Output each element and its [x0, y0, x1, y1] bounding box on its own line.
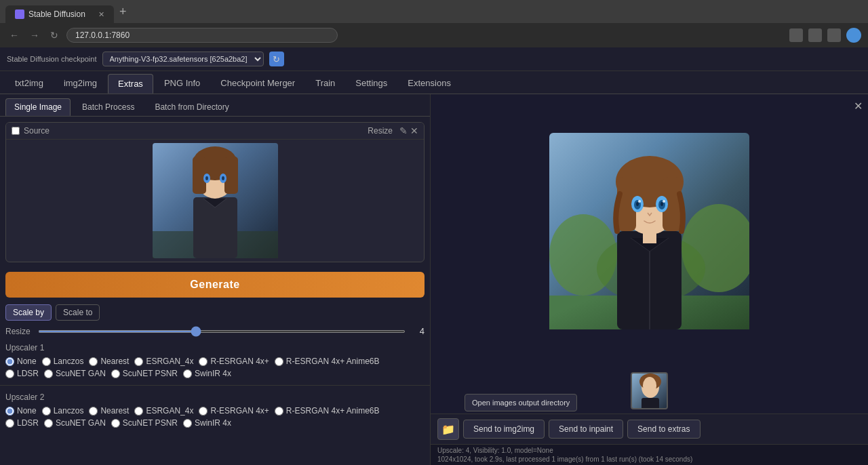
sub-tabs: Single Image Batch Process Batch from Di… [0, 94, 430, 117]
source-label: Source [24, 126, 50, 136]
new-tab-button[interactable]: + [114, 5, 132, 19]
close-image-button[interactable]: ✕ [410, 125, 418, 136]
browser-chrome: Stable Diffusion ✕ + ← → ↻ [0, 0, 868, 47]
extension-icon-1 [789, 28, 803, 42]
upscaler2-esrgan4x[interactable]: ESRGAN_4x [134, 406, 193, 416]
tab-close-btn[interactable]: ✕ [98, 10, 104, 19]
checkpoint-refresh-button[interactable]: ↻ [269, 52, 284, 66]
app-container: Stable Diffusion checkpoint Anything-V3-… [0, 47, 868, 465]
send-to-inpaint-button[interactable]: Send to inpaint [549, 420, 623, 439]
checkpoint-bar: Stable Diffusion checkpoint Anything-V3-… [0, 47, 868, 71]
thumbnail-row [431, 368, 868, 413]
active-tab[interactable]: Stable Diffusion ✕ [5, 5, 114, 23]
upscaler2-none[interactable]: None [5, 406, 37, 416]
upscaler1-resrgan4x[interactable]: R-ESRGAN 4x+ [199, 357, 269, 366]
svg-rect-5 [193, 157, 206, 194]
image-upload-area: Source Resize ✎ ✕ [5, 122, 425, 262]
upscaler1-resrgan4x-anime6b[interactable]: R-ESRGAN 4x+ Anime6B [275, 357, 380, 366]
svg-point-27 [638, 200, 641, 203]
upscaler-1-section: Upscaler 1 None Lanczos Nearest ESRGAN_4… [0, 339, 430, 382]
image-preview-area[interactable] [6, 140, 424, 262]
upscaler1-scunet-psnr[interactable]: ScuNET PSNR [111, 369, 178, 378]
back-button[interactable]: ← [7, 28, 22, 42]
scale-by-tab[interactable]: Scale by [5, 304, 52, 321]
toolbar-icons [789, 28, 861, 43]
upscaler2-nearest[interactable]: Nearest [89, 406, 129, 416]
svg-point-10 [222, 176, 224, 180]
svg-rect-29 [643, 231, 656, 243]
tab-extensions[interactable]: Extensions [398, 74, 460, 94]
sub-tab-batch-from-directory[interactable]: Batch from Directory [146, 98, 237, 116]
image-icons: ✎ ✕ [399, 125, 418, 136]
close-output-button[interactable]: ✕ [854, 100, 863, 113]
sub-tab-batch-process[interactable]: Batch Process [73, 98, 143, 116]
send-to-extras-button[interactable]: Send to extras [627, 420, 700, 439]
upscaler1-none[interactable]: None [5, 357, 37, 366]
source-image-preview [153, 143, 278, 258]
tab-txt2img[interactable]: txt2img [5, 74, 53, 94]
resize-label: Resize [5, 327, 33, 336]
upscaler2-resrgan4x-anime6b[interactable]: R-ESRGAN 4x+ Anime6B [275, 406, 380, 416]
svg-rect-33 [642, 398, 659, 409]
upscaler2-ldsr[interactable]: LDSR [5, 418, 39, 428]
edit-image-button[interactable]: ✎ [399, 125, 408, 136]
tab-train[interactable]: Train [306, 74, 344, 94]
divider-1 [0, 385, 430, 386]
upscaler1-nearest[interactable]: Nearest [89, 357, 129, 366]
svg-rect-6 [224, 157, 238, 194]
left-panel: Single Image Batch Process Batch from Di… [0, 94, 431, 465]
open-output-folder-button[interactable]: 📁 [437, 418, 459, 440]
resize-slider[interactable] [38, 330, 406, 333]
upscaler2-scunet-gan[interactable]: ScuNET GAN [44, 418, 106, 428]
extension-icon-3 [827, 28, 841, 42]
status-line-1: Upscale: 4, Visibility: 1.0, model=None [437, 447, 861, 454]
thumbnail-item[interactable] [631, 372, 668, 409]
favicon [15, 9, 24, 19]
tab-img2img[interactable]: img2img [54, 74, 106, 94]
scale-to-tab[interactable]: Scale to [56, 304, 100, 321]
tab-settings[interactable]: Settings [346, 74, 397, 94]
upscaler-1-label: Upscaler 1 [5, 343, 425, 352]
status-line-2: 1024x1024, took 2.9s, last processed 1 i… [437, 456, 861, 463]
main-nav: txt2img img2img Extras PNG Info Checkpoi… [0, 71, 868, 94]
upscaler-2-options: None Lanczos Nearest ESRGAN_4x R-ESRGAN … [5, 406, 425, 416]
sub-tab-single-image[interactable]: Single Image [5, 98, 71, 116]
right-panel: ✕ [431, 94, 868, 465]
tab-checkpoint-merger[interactable]: Checkpoint Merger [211, 74, 304, 94]
upscaler2-lanczos[interactable]: Lanczos [42, 406, 84, 416]
upscaler2-scunet-psnr[interactable]: ScuNET PSNR [111, 418, 178, 428]
tab-bar: Stable Diffusion ✕ + [0, 0, 868, 23]
scale-tabs: Scale by Scale to [0, 302, 430, 323]
upscaler-2-label: Upscaler 2 [5, 392, 425, 402]
checkpoint-select[interactable]: Anything-V3-fp32.safetensors [625a2ba2] [102, 52, 264, 66]
upscaler1-lanczos[interactable]: Lanczos [42, 357, 84, 366]
refresh-button[interactable]: ↻ [47, 28, 61, 42]
resize-value: 4 [411, 326, 425, 336]
forward-button[interactable]: → [27, 28, 42, 42]
upscaler1-ldsr[interactable]: LDSR [5, 369, 39, 378]
tab-extras[interactable]: Extras [108, 74, 153, 94]
output-image-area: ✕ [431, 94, 868, 368]
upscaler1-swinir4x[interactable]: SwinIR 4x [183, 369, 231, 378]
svg-point-32 [639, 373, 661, 390]
checkpoint-label: Stable Diffusion checkpoint [7, 55, 97, 63]
address-bar: ← → ↻ [0, 23, 868, 47]
send-to-img2img-button[interactable]: Send to img2img [463, 420, 545, 439]
upscaler2-resrgan4x[interactable]: R-ESRGAN 4x+ [199, 406, 269, 416]
image-area-header: Source Resize ✎ ✕ [6, 123, 424, 140]
svg-point-9 [205, 176, 208, 180]
upscaler-2-options-row2: LDSR ScuNET GAN ScuNET PSNR SwinIR 4x [5, 418, 425, 428]
address-input[interactable] [66, 28, 338, 43]
generate-button[interactable]: Generate [5, 272, 425, 298]
svg-point-26 [660, 202, 663, 206]
upscaler-1-options: None Lanczos Nearest ESRGAN_4x R-ESRGAN … [5, 357, 425, 366]
upscaler1-scunet-gan[interactable]: ScuNET GAN [44, 369, 106, 378]
upscaler2-swinir4x[interactable]: SwinIR 4x [183, 418, 231, 428]
source-checkbox[interactable] [12, 127, 20, 135]
upscaler-1-options-row2: LDSR ScuNET GAN ScuNET PSNR SwinIR 4x [5, 369, 425, 378]
tab-png-info[interactable]: PNG Info [155, 74, 210, 94]
upscaler-2-section: Upscaler 2 None Lanczos Nearest ESRGAN_4… [0, 388, 430, 432]
avatar-icon[interactable] [846, 28, 861, 43]
action-bar: 📁 Send to img2img Send to inpaint Send t… [431, 413, 868, 444]
upscaler1-esrgan4x[interactable]: ESRGAN_4x [134, 357, 193, 366]
